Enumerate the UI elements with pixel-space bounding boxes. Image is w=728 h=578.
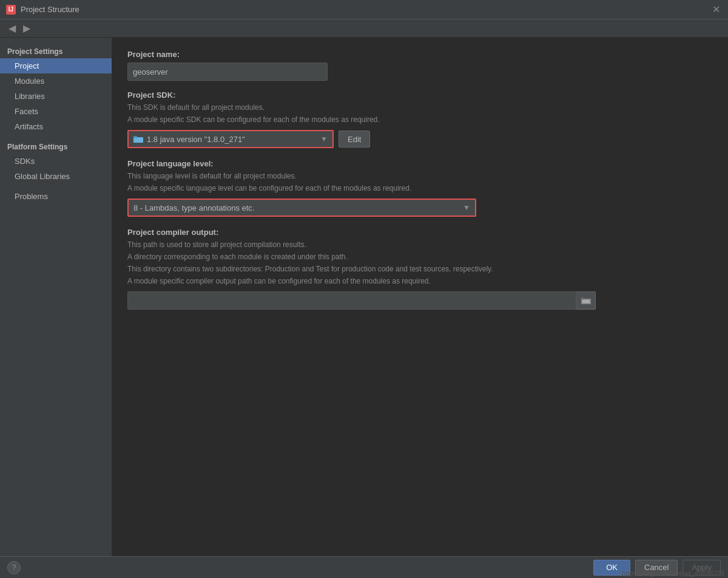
platform-settings-section-label: Platform Settings — [0, 139, 112, 154]
project-sdk-desc2: A module specific SDK can be configured … — [127, 114, 713, 125]
bottom-bar-left: ? — [7, 561, 588, 574]
main-layout: Project Settings Project Modules Librari… — [0, 38, 728, 556]
svg-rect-4 — [582, 300, 590, 303]
sidebar-item-modules[interactable]: Modules — [0, 73, 112, 89]
content-area: Project name: Project SDK: This SDK is d… — [112, 38, 728, 556]
sidebar: Project Settings Project Modules Librari… — [0, 38, 112, 556]
project-language-label: Project language level: — [127, 159, 713, 168]
sidebar-item-global-libraries[interactable]: Global Libraries — [0, 169, 112, 184]
title-bar-left: IJ Project Structure — [6, 5, 79, 15]
sdk-dropdown[interactable]: 1.8 java version "1.8.0_271" ▼ — [127, 130, 334, 148]
project-compiler-desc4: A module specific compiler output path c… — [127, 276, 713, 287]
folder-icon — [133, 135, 143, 143]
sdk-selected-value: 1.8 java version "1.8.0_271" — [147, 135, 245, 144]
project-name-label: Project name: — [127, 50, 713, 59]
project-sdk-label: Project SDK: — [127, 90, 713, 100]
folder-open-icon — [581, 297, 591, 304]
sidebar-item-problems[interactable]: Problems — [0, 189, 112, 204]
project-compiler-desc1: This path is used to store all project c… — [127, 239, 713, 250]
language-dropdown[interactable]: 8 - Lambdas, type annotations etc. ▼ — [127, 199, 476, 217]
project-compiler-label: Project compiler output: — [127, 228, 713, 237]
back-button[interactable]: ◀ — [6, 21, 18, 35]
close-button[interactable]: ✕ — [710, 4, 722, 16]
svg-rect-0 — [133, 137, 143, 143]
window-title: Project Structure — [21, 5, 79, 14]
sidebar-item-project[interactable]: Project — [0, 58, 112, 73]
project-language-desc2: A module specific language level can be … — [127, 183, 713, 194]
sdk-chevron-icon: ▼ — [320, 135, 328, 143]
svg-rect-1 — [133, 136, 137, 138]
project-settings-section-label: Project Settings — [0, 44, 112, 58]
sidebar-item-sdks[interactable]: SDKs — [0, 154, 112, 169]
title-bar: IJ Project Structure ✕ — [0, 0, 728, 19]
sidebar-divider — [0, 134, 112, 139]
svg-rect-3 — [581, 298, 585, 299]
sdk-dropdown-inner: 1.8 java version "1.8.0_271" — [133, 135, 245, 144]
compiler-folder-button[interactable] — [576, 291, 596, 310]
help-button[interactable]: ? — [7, 561, 21, 574]
sidebar-item-artifacts[interactable]: Artifacts — [0, 119, 112, 134]
compiler-output-input[interactable] — [127, 291, 576, 310]
watermark: https://blog.csdn.net/qq_45856723 — [618, 568, 728, 578]
project-language-desc1: This language level is default for all p… — [127, 171, 713, 182]
project-sdk-desc1: This SDK is default for all project modu… — [127, 102, 713, 113]
app-icon: IJ — [6, 5, 16, 15]
project-name-input[interactable] — [127, 63, 328, 81]
forward-button[interactable]: ▶ — [21, 21, 33, 35]
project-compiler-desc3: This directory contains two subdirectori… — [127, 264, 713, 274]
project-compiler-desc2: A directory corresponding to each module… — [127, 251, 713, 262]
edit-sdk-button[interactable]: Edit — [339, 131, 370, 148]
nav-row: ◀ ▶ — [0, 19, 728, 38]
sdk-row: 1.8 java version "1.8.0_271" ▼ Edit — [127, 130, 713, 148]
sidebar-item-facets[interactable]: Facets — [0, 104, 112, 119]
compiler-output-row — [127, 291, 713, 310]
language-chevron-icon: ▼ — [463, 203, 470, 212]
sidebar-item-libraries[interactable]: Libraries — [0, 89, 112, 104]
language-selected-value: 8 - Lambdas, type annotations etc. — [133, 203, 254, 212]
sidebar-divider-2 — [0, 184, 112, 189]
